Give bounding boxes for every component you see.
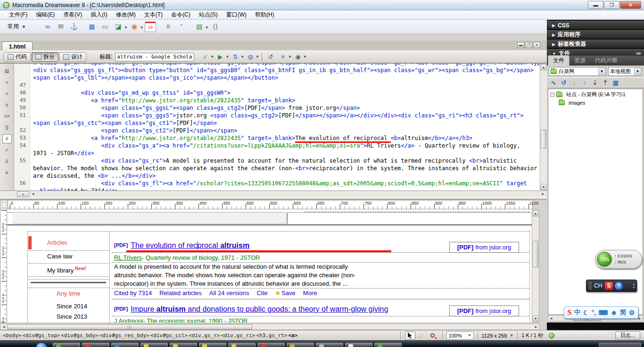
taskbar-button[interactable] [199, 343, 226, 347]
design-view-button[interactable]: 设计 [59, 52, 86, 62]
menu-item[interactable]: 帮助(H) [251, 10, 279, 20]
sidebar-item-case-law[interactable]: Case law [47, 253, 72, 260]
taskbar-button[interactable] [53, 343, 80, 347]
file-management-icon[interactable]: ⇅ [230, 52, 240, 62]
code-line[interactable]: 48 <div class="gs_md_wp gs_ttss" id="gs_… [14, 89, 540, 97]
code-vertical-scrollbar[interactable]: ▲ ▼ [540, 64, 547, 190]
chevron-down-icon[interactable]: ▼ [210, 55, 214, 59]
doc-minimize-button[interactable]: ▬ [517, 42, 524, 48]
tag-selector[interactable]: <body> [3, 332, 22, 339]
scrollbar-thumb[interactable] [533, 241, 538, 267]
start-button[interactable] [35, 342, 48, 347]
code-line[interactable]: 47 [14, 82, 540, 89]
put-files-icon[interactable]: ↑ [580, 79, 589, 87]
collapse-icon[interactable]: − [550, 92, 554, 97]
hand-tool[interactable]: ☞ [416, 331, 427, 339]
design-horizontal-scrollbar[interactable]: ◄ ► [0, 323, 540, 330]
settings-icon[interactable]: ⚙ [629, 309, 635, 316]
apply-comment-icon[interactable]: // [2, 157, 12, 166]
simplified-mode[interactable]: 简 [620, 308, 627, 317]
visual-aids-icon[interactable]: ◉ [293, 52, 303, 62]
doc-close-button[interactable]: ✕ [533, 42, 540, 48]
chevron-down-icon[interactable]: ▼ [225, 55, 229, 59]
collapse-toolbar-button[interactable]: « [17, 191, 29, 197]
code-line[interactable]: 55 <div class="gs_rs">A model is present… [14, 157, 540, 165]
code-line[interactable]: 52 <span class="gs_ct2">[PDF]</span></sp… [14, 127, 540, 134]
zoom-tool[interactable] [428, 331, 438, 339]
keyboard-icon[interactable]: ⌨ [598, 309, 608, 316]
chinese-mode[interactable]: 中 [574, 308, 581, 317]
tab-snippets[interactable]: 代码片断 [590, 56, 622, 66]
menu-item[interactable]: 窗口(W) [222, 10, 251, 20]
chevron-down-icon[interactable]: ▼ [205, 25, 209, 30]
email-link-icon[interactable]: ✉ [55, 21, 66, 32]
scroll-up-icon[interactable]: ▲ [533, 210, 538, 216]
expand-panel-icon[interactable]: ▥ [611, 79, 620, 87]
insert-category-dropdown[interactable]: 常用 ▼ [4, 21, 30, 32]
balance-braces-icon[interactable]: {} [2, 123, 12, 132]
panel-tag-inspector[interactable]: ⁞▶标签检查器 [547, 40, 644, 48]
select-parent-tag-icon[interactable]: <> [2, 112, 12, 121]
restore-button[interactable]: ❐ [604, 1, 619, 9]
code-line[interactable]: 50 <span class="gs_ggsL"><span class=gs_… [14, 104, 540, 112]
collapse-selection-icon[interactable]: « [2, 89, 12, 98]
menu-item[interactable]: 编辑(E) [32, 10, 59, 20]
result-link-all-24-versions[interactable]: All 24 versions [209, 289, 249, 297]
tag-selector[interactable]: <div#gs_top> [23, 332, 60, 339]
code-editor[interactable]: n class="gs_wr"><span class="gs_lbl"></s… [14, 64, 540, 190]
close-button[interactable]: ✕ [620, 1, 641, 9]
tag-selector[interactable]: <a> [289, 332, 298, 339]
menu-item[interactable]: 查看(V) [59, 10, 86, 20]
code-line[interactable]: are discussed, the <b> ...</b></div> [14, 172, 540, 180]
tag-selector[interactable]: <h3.gs_rt> [256, 332, 287, 339]
taskbar-button[interactable] [82, 343, 109, 347]
chevron-down-icon[interactable]: ▼ [140, 25, 144, 30]
menu-item[interactable]: 命令(C) [167, 10, 195, 20]
server-include-icon[interactable]: # [163, 21, 174, 32]
get-files-icon[interactable]: ↓ [570, 79, 579, 87]
scroll-up-icon[interactable]: ▲ [541, 64, 546, 70]
log-button[interactable]: 日志... [615, 331, 640, 339]
named-anchor-icon[interactable]: ⚓ [68, 21, 80, 32]
result-authors[interactable]: J Andreoni- The economic journal, 1990 -… [114, 317, 248, 322]
tag-selector[interactable]: <div#gs_bdy> [61, 332, 98, 339]
tag-selector[interactable]: <div.gs_ri> [221, 332, 255, 339]
site-dropdown[interactable]: 白菜网 ▼ [549, 67, 606, 76]
taskbar-button[interactable] [228, 343, 256, 347]
result-link-cite[interactable]: Cite [256, 289, 267, 297]
refresh-icon[interactable]: ↺ [559, 79, 569, 87]
chevron-down-icon[interactable]: ▼ [240, 55, 244, 59]
code-line[interactable]: 51 <span class="gs_ggsS">jstor.org <span… [14, 112, 540, 119]
menu-item[interactable]: 文本(T) [140, 10, 167, 20]
code-line[interactable]: <span class="gs_ctc"><span class="gs_ct1… [14, 119, 540, 127]
result-link-related-articles[interactable]: Related articles [159, 289, 202, 297]
design-canvas[interactable]: ArticlesCase lawMy library New!Any timeS… [7, 209, 532, 322]
taskbar-button[interactable] [374, 343, 402, 347]
panel-application[interactable]: ⁞▶应用程序 [547, 30, 644, 39]
sidebar-item-articles[interactable]: Articles [47, 239, 67, 246]
taskbar-button[interactable] [111, 343, 139, 347]
result-link-save[interactable]: ★Save [275, 289, 296, 297]
chevron-down-icon[interactable]: ▼ [124, 25, 128, 30]
author-link[interactable]: J Andreoni [114, 317, 143, 322]
user-icon[interactable]: ☻ [611, 309, 618, 316]
tag-selector-path[interactable]: <body><div#gs_top><div#gs_bdy><div#gs_re… [0, 332, 400, 339]
taskbar-button[interactable] [257, 343, 285, 347]
tag-selector[interactable]: <div.gs_r> [189, 332, 220, 339]
sogou-input-toolbar[interactable]: S中☾°,⌨☻简⚙ [564, 306, 638, 319]
sidebar-item-since-2014[interactable]: Since 2014 [57, 303, 87, 310]
scrollbar-thumb[interactable] [541, 130, 546, 149]
result-link-cited-by-7314[interactable]: Cited by 7314 [114, 289, 152, 297]
expand-all-icon[interactable]: ± [2, 100, 12, 109]
author-link[interactable]: RL Trivers [114, 254, 142, 261]
result-link-more[interactable]: More [303, 289, 317, 297]
open-documents-icon[interactable]: ▤ [2, 66, 12, 75]
chevron-down-icon[interactable]: ▼ [288, 55, 292, 59]
menu-item[interactable]: 修改(M) [112, 10, 140, 20]
result-authors[interactable]: RL Trivers- Quarterly review of biology,… [114, 254, 260, 261]
zoom-level[interactable]: 100%▼ [442, 331, 478, 340]
image-icon[interactable]: ◪ [113, 21, 124, 32]
taskbar-button[interactable] [140, 343, 168, 347]
tag-chooser-icon[interactable]: ⟨⟩ [210, 21, 221, 32]
sogou-logo-icon[interactable]: S [568, 308, 572, 317]
